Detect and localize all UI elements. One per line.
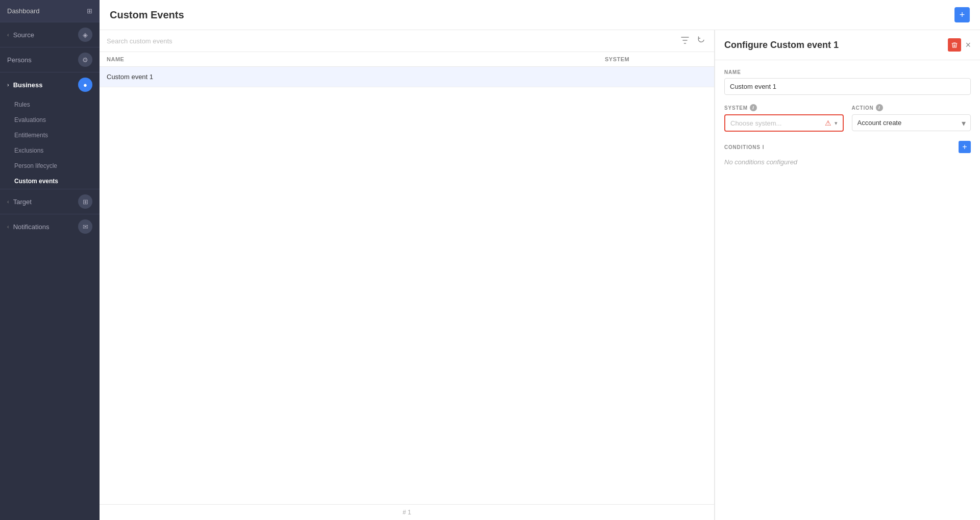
sidebar-item-source[interactable]: ‹ Source ◈ [0, 22, 100, 47]
business-label: Business [13, 81, 43, 89]
refresh-button[interactable] [695, 35, 707, 46]
persons-label: Persons [7, 56, 32, 64]
filter-icon [681, 37, 689, 44]
action-select-wrapper: Account create [852, 114, 971, 131]
source-label: Source [13, 31, 34, 39]
chevron-left-notifications-icon: ‹ [7, 224, 9, 230]
conditions-label: CONDITIONS i [724, 144, 764, 150]
action-field-group: ACTION i Account create [852, 104, 971, 132]
sidebar-sub-item-rules[interactable]: Rules [0, 97, 100, 112]
sidebar-section-target: ‹ Target ⊞ [0, 189, 100, 214]
config-header: Configure Custom event 1 × [715, 30, 980, 60]
target-icon: ⊞ [78, 194, 92, 209]
config-body: NAME SYSTEM i Choose system... [715, 60, 980, 520]
page-indicator: # 1 [100, 504, 714, 520]
source-icon: ◈ [78, 28, 92, 42]
config-pane: Configure Custom event 1 × NAME [715, 30, 980, 520]
sidebar-sub-item-exclusions[interactable]: Exclusions [0, 143, 100, 158]
sidebar-section-notifications: ‹ Notifications ✉ [0, 214, 100, 239]
sidebar-sub-item-entitlements[interactable]: Entitlements [0, 128, 100, 143]
col-system-header: System [605, 56, 707, 62]
refresh-icon [697, 36, 705, 44]
page-title: Custom Events [110, 9, 184, 21]
row-name: Custom event 1 [107, 73, 605, 81]
table-row[interactable]: Custom event 1 [100, 67, 714, 87]
list-pane: Name System Custom event 1 # 1 [100, 30, 715, 520]
business-icon: ● [78, 78, 92, 92]
sidebar-sub-item-custom-events[interactable]: Custom events [0, 174, 100, 189]
sidebar-section-persons: Persons ⚙ [0, 47, 100, 72]
delete-button[interactable] [948, 38, 961, 52]
sidebar-item-business[interactable]: › Business ● [0, 72, 100, 97]
system-action-row: SYSTEM i Choose system... ⚠ ▾ [724, 104, 971, 141]
config-title: Configure Custom event 1 [724, 40, 839, 51]
system-info-icon: i [750, 104, 757, 111]
action-info-icon: i [876, 104, 883, 111]
sidebar-item-dashboard[interactable]: Dashboard ⊞ [0, 0, 100, 22]
system-select-wrapper[interactable]: Choose system... ⚠ ▾ [724, 114, 844, 132]
row-system [605, 73, 707, 81]
notifications-label: Notifications [13, 223, 50, 231]
chevron-left-icon: ‹ [7, 32, 9, 38]
target-label: Target [13, 198, 32, 206]
trash-icon [951, 42, 958, 48]
chevron-left-target-icon: ‹ [7, 199, 9, 205]
warning-icon: ⚠ [825, 119, 831, 127]
notifications-icon: ✉ [78, 219, 92, 234]
search-bar [100, 30, 714, 52]
main-content: Custom Events + [100, 0, 980, 520]
sidebar: Dashboard ⊞ ‹ Source ◈ Persons ⚙ › Busin… [0, 0, 100, 520]
main-header: Custom Events + [100, 0, 980, 30]
sidebar-item-persons[interactable]: Persons ⚙ [0, 47, 100, 72]
name-input[interactable] [724, 78, 971, 95]
sidebar-section-business: › Business ● Rules Evaluations Entitleme… [0, 72, 100, 189]
name-field-group: NAME [724, 69, 971, 95]
sidebar-section-source: ‹ Source ◈ [0, 22, 100, 47]
search-input[interactable] [107, 37, 675, 45]
filter-button[interactable] [679, 36, 691, 46]
action-select[interactable]: Account create [852, 114, 971, 131]
content-area: Name System Custom event 1 # 1 Configure… [100, 30, 980, 520]
sidebar-item-target[interactable]: ‹ Target ⊞ [0, 189, 100, 214]
close-button[interactable]: × [965, 40, 971, 49]
sidebar-sub-item-evaluations[interactable]: Evaluations [0, 112, 100, 128]
chevron-down-icon: ▾ [835, 120, 838, 127]
system-placeholder: Choose system... [730, 119, 822, 127]
table-header: Name System [100, 52, 714, 67]
dashboard-icon: ⊞ [87, 7, 92, 15]
chevron-down-icon: › [7, 82, 9, 88]
system-field-group: SYSTEM i Choose system... ⚠ ▾ [724, 104, 844, 132]
name-label: NAME [724, 69, 971, 75]
dashboard-label: Dashboard [7, 7, 40, 15]
no-conditions-text: No conditions configured [724, 158, 971, 166]
add-custom-event-button[interactable]: + [954, 7, 970, 22]
conditions-field-group: CONDITIONS i + No conditions configured [724, 141, 971, 166]
action-label: ACTION i [852, 104, 971, 111]
persons-icon: ⚙ [78, 53, 92, 67]
sidebar-sub-item-person-lifecycle[interactable]: Person lifecycle [0, 158, 100, 174]
sidebar-item-notifications[interactable]: ‹ Notifications ✉ [0, 214, 100, 239]
col-name-header: Name [107, 56, 605, 62]
add-condition-button[interactable]: + [959, 141, 971, 153]
conditions-info-icon: i [763, 144, 765, 150]
system-label: SYSTEM i [724, 104, 844, 111]
